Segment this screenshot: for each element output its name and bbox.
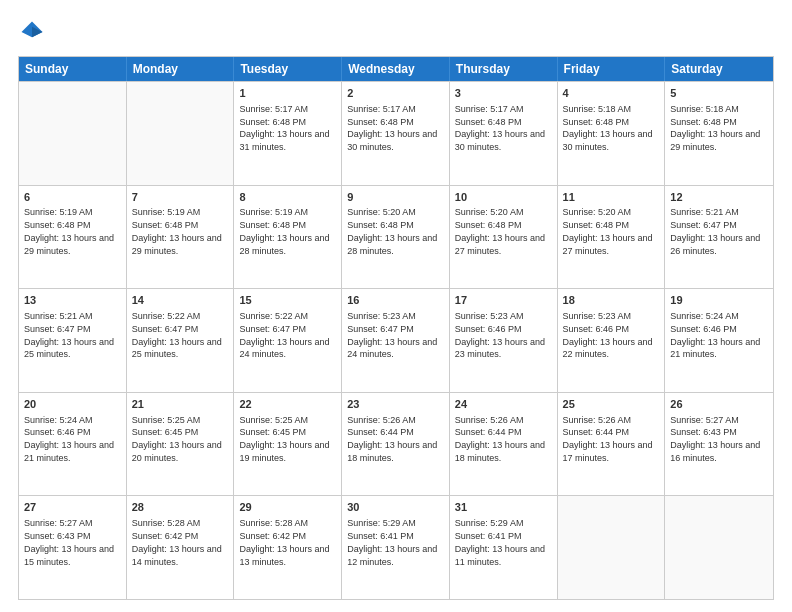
calendar-cell: 28Sunrise: 5:28 AM Sunset: 6:42 PM Dayli… — [127, 496, 235, 599]
calendar-cell — [665, 496, 773, 599]
calendar-header-cell: Tuesday — [234, 57, 342, 81]
calendar-header-cell: Wednesday — [342, 57, 450, 81]
calendar-body: 1Sunrise: 5:17 AM Sunset: 6:48 PM Daylig… — [19, 81, 773, 599]
calendar-cell: 31Sunrise: 5:29 AM Sunset: 6:41 PM Dayli… — [450, 496, 558, 599]
sun-info: Sunrise: 5:19 AM Sunset: 6:48 PM Dayligh… — [239, 207, 329, 255]
day-number: 31 — [455, 500, 552, 515]
day-number: 17 — [455, 293, 552, 308]
sun-info: Sunrise: 5:19 AM Sunset: 6:48 PM Dayligh… — [132, 207, 222, 255]
day-number: 9 — [347, 190, 444, 205]
day-number: 21 — [132, 397, 229, 412]
sun-info: Sunrise: 5:27 AM Sunset: 6:43 PM Dayligh… — [24, 518, 114, 566]
day-number: 29 — [239, 500, 336, 515]
calendar-cell: 15Sunrise: 5:22 AM Sunset: 6:47 PM Dayli… — [234, 289, 342, 392]
day-number: 16 — [347, 293, 444, 308]
sun-info: Sunrise: 5:25 AM Sunset: 6:45 PM Dayligh… — [239, 415, 329, 463]
sun-info: Sunrise: 5:20 AM Sunset: 6:48 PM Dayligh… — [563, 207, 653, 255]
calendar-header-cell: Monday — [127, 57, 235, 81]
calendar-cell: 25Sunrise: 5:26 AM Sunset: 6:44 PM Dayli… — [558, 393, 666, 496]
day-number: 25 — [563, 397, 660, 412]
day-number: 19 — [670, 293, 768, 308]
day-number: 24 — [455, 397, 552, 412]
day-number: 28 — [132, 500, 229, 515]
sun-info: Sunrise: 5:24 AM Sunset: 6:46 PM Dayligh… — [24, 415, 114, 463]
sun-info: Sunrise: 5:20 AM Sunset: 6:48 PM Dayligh… — [455, 207, 545, 255]
sun-info: Sunrise: 5:26 AM Sunset: 6:44 PM Dayligh… — [347, 415, 437, 463]
calendar-week-1: 1Sunrise: 5:17 AM Sunset: 6:48 PM Daylig… — [19, 81, 773, 185]
sun-info: Sunrise: 5:21 AM Sunset: 6:47 PM Dayligh… — [24, 311, 114, 359]
day-number: 20 — [24, 397, 121, 412]
calendar-cell: 16Sunrise: 5:23 AM Sunset: 6:47 PM Dayli… — [342, 289, 450, 392]
calendar-cell: 5Sunrise: 5:18 AM Sunset: 6:48 PM Daylig… — [665, 82, 773, 185]
calendar-week-3: 13Sunrise: 5:21 AM Sunset: 6:47 PM Dayli… — [19, 288, 773, 392]
calendar-header-cell: Saturday — [665, 57, 773, 81]
calendar-cell: 3Sunrise: 5:17 AM Sunset: 6:48 PM Daylig… — [450, 82, 558, 185]
calendar-cell: 1Sunrise: 5:17 AM Sunset: 6:48 PM Daylig… — [234, 82, 342, 185]
day-number: 12 — [670, 190, 768, 205]
day-number: 15 — [239, 293, 336, 308]
sun-info: Sunrise: 5:29 AM Sunset: 6:41 PM Dayligh… — [347, 518, 437, 566]
sun-info: Sunrise: 5:22 AM Sunset: 6:47 PM Dayligh… — [132, 311, 222, 359]
sun-info: Sunrise: 5:19 AM Sunset: 6:48 PM Dayligh… — [24, 207, 114, 255]
calendar-header-row: SundayMondayTuesdayWednesdayThursdayFrid… — [19, 57, 773, 81]
calendar-cell: 24Sunrise: 5:26 AM Sunset: 6:44 PM Dayli… — [450, 393, 558, 496]
calendar-cell: 11Sunrise: 5:20 AM Sunset: 6:48 PM Dayli… — [558, 186, 666, 289]
calendar-cell: 6Sunrise: 5:19 AM Sunset: 6:48 PM Daylig… — [19, 186, 127, 289]
calendar-cell: 18Sunrise: 5:23 AM Sunset: 6:46 PM Dayli… — [558, 289, 666, 392]
sun-info: Sunrise: 5:27 AM Sunset: 6:43 PM Dayligh… — [670, 415, 760, 463]
calendar-cell: 8Sunrise: 5:19 AM Sunset: 6:48 PM Daylig… — [234, 186, 342, 289]
day-number: 27 — [24, 500, 121, 515]
day-number: 6 — [24, 190, 121, 205]
day-number: 10 — [455, 190, 552, 205]
day-number: 2 — [347, 86, 444, 101]
sun-info: Sunrise: 5:26 AM Sunset: 6:44 PM Dayligh… — [455, 415, 545, 463]
calendar-cell: 12Sunrise: 5:21 AM Sunset: 6:47 PM Dayli… — [665, 186, 773, 289]
day-number: 14 — [132, 293, 229, 308]
logo — [18, 18, 50, 46]
sun-info: Sunrise: 5:25 AM Sunset: 6:45 PM Dayligh… — [132, 415, 222, 463]
day-number: 4 — [563, 86, 660, 101]
calendar-cell: 9Sunrise: 5:20 AM Sunset: 6:48 PM Daylig… — [342, 186, 450, 289]
page: SundayMondayTuesdayWednesdayThursdayFrid… — [0, 0, 792, 612]
calendar-cell: 7Sunrise: 5:19 AM Sunset: 6:48 PM Daylig… — [127, 186, 235, 289]
sun-info: Sunrise: 5:18 AM Sunset: 6:48 PM Dayligh… — [670, 104, 760, 152]
calendar-cell: 17Sunrise: 5:23 AM Sunset: 6:46 PM Dayli… — [450, 289, 558, 392]
day-number: 23 — [347, 397, 444, 412]
calendar-cell: 20Sunrise: 5:24 AM Sunset: 6:46 PM Dayli… — [19, 393, 127, 496]
calendar-cell: 14Sunrise: 5:22 AM Sunset: 6:47 PM Dayli… — [127, 289, 235, 392]
day-number: 18 — [563, 293, 660, 308]
day-number: 11 — [563, 190, 660, 205]
logo-icon — [18, 18, 46, 46]
calendar-week-2: 6Sunrise: 5:19 AM Sunset: 6:48 PM Daylig… — [19, 185, 773, 289]
day-number: 13 — [24, 293, 121, 308]
sun-info: Sunrise: 5:22 AM Sunset: 6:47 PM Dayligh… — [239, 311, 329, 359]
calendar-cell: 13Sunrise: 5:21 AM Sunset: 6:47 PM Dayli… — [19, 289, 127, 392]
day-number: 8 — [239, 190, 336, 205]
calendar-cell: 30Sunrise: 5:29 AM Sunset: 6:41 PM Dayli… — [342, 496, 450, 599]
day-number: 7 — [132, 190, 229, 205]
calendar-cell: 4Sunrise: 5:18 AM Sunset: 6:48 PM Daylig… — [558, 82, 666, 185]
day-number: 1 — [239, 86, 336, 101]
calendar-cell — [19, 82, 127, 185]
sun-info: Sunrise: 5:23 AM Sunset: 6:46 PM Dayligh… — [455, 311, 545, 359]
sun-info: Sunrise: 5:17 AM Sunset: 6:48 PM Dayligh… — [239, 104, 329, 152]
calendar-week-5: 27Sunrise: 5:27 AM Sunset: 6:43 PM Dayli… — [19, 495, 773, 599]
sun-info: Sunrise: 5:28 AM Sunset: 6:42 PM Dayligh… — [239, 518, 329, 566]
calendar-header-cell: Friday — [558, 57, 666, 81]
sun-info: Sunrise: 5:23 AM Sunset: 6:47 PM Dayligh… — [347, 311, 437, 359]
calendar-cell: 26Sunrise: 5:27 AM Sunset: 6:43 PM Dayli… — [665, 393, 773, 496]
calendar-cell: 2Sunrise: 5:17 AM Sunset: 6:48 PM Daylig… — [342, 82, 450, 185]
day-number: 30 — [347, 500, 444, 515]
calendar-cell: 22Sunrise: 5:25 AM Sunset: 6:45 PM Dayli… — [234, 393, 342, 496]
day-number: 3 — [455, 86, 552, 101]
sun-info: Sunrise: 5:17 AM Sunset: 6:48 PM Dayligh… — [455, 104, 545, 152]
day-number: 26 — [670, 397, 768, 412]
calendar-header-cell: Sunday — [19, 57, 127, 81]
sun-info: Sunrise: 5:21 AM Sunset: 6:47 PM Dayligh… — [670, 207, 760, 255]
day-number: 5 — [670, 86, 768, 101]
sun-info: Sunrise: 5:29 AM Sunset: 6:41 PM Dayligh… — [455, 518, 545, 566]
calendar-cell: 21Sunrise: 5:25 AM Sunset: 6:45 PM Dayli… — [127, 393, 235, 496]
sun-info: Sunrise: 5:28 AM Sunset: 6:42 PM Dayligh… — [132, 518, 222, 566]
calendar-cell: 29Sunrise: 5:28 AM Sunset: 6:42 PM Dayli… — [234, 496, 342, 599]
sun-info: Sunrise: 5:17 AM Sunset: 6:48 PM Dayligh… — [347, 104, 437, 152]
